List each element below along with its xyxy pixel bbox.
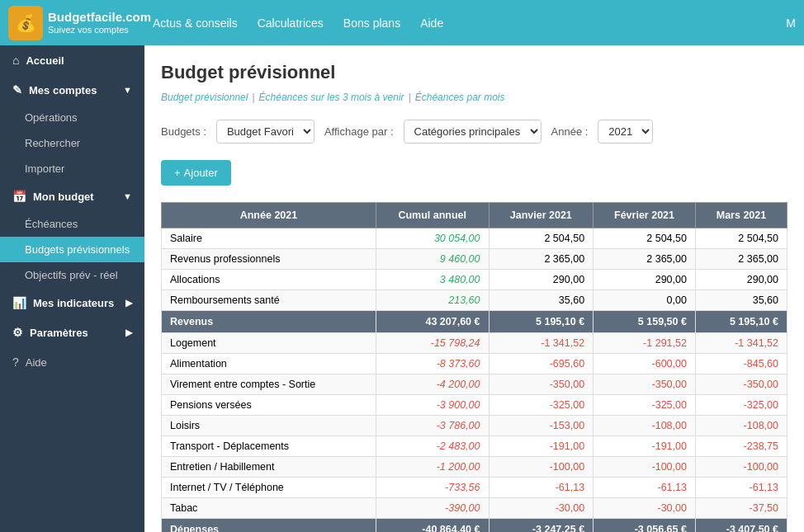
row-loisirs-jan: -153,00	[489, 416, 594, 436]
row-internet-feb: -61,13	[594, 478, 696, 498]
row-transport-feb: -191,00	[594, 436, 696, 457]
sidebar-item-parametres[interactable]: ⚙ Paramètres ▶	[0, 318, 144, 347]
nav-actus[interactable]: Actus & conseils	[153, 16, 238, 30]
affichage-label: Affichage par :	[324, 125, 394, 138]
row-entretien-cumul: -1 200,00	[376, 457, 489, 478]
section-revenus-cumul: 43 207,60 €	[376, 311, 489, 333]
row-alloc-feb: 290,00	[594, 270, 696, 290]
col-header-feb: Février 2021	[594, 203, 696, 228]
row-alim-label: Alimentation	[162, 354, 376, 374]
row-virement-jan: -350,00	[489, 374, 594, 395]
row-alloc-jan: 290,00	[489, 270, 594, 290]
table-row: Tabac -390,00 -30,00 -30,00 -37,50	[162, 498, 787, 519]
row-tabac-mar: -37,50	[695, 498, 787, 519]
row-transport-cumul: -2 483,00	[376, 436, 489, 457]
sidebar-item-aide[interactable]: ? Aide	[0, 347, 144, 377]
section-depenses-label: Dépenses	[162, 519, 376, 533]
row-alloc-label: Allocations	[162, 270, 376, 290]
row-pensions-jan: -325,00	[489, 395, 594, 416]
breadcrumb-budget-prev[interactable]: Budget prévisionnel	[161, 92, 248, 103]
sidebar-item-mon-budget[interactable]: 📅 Mon budget ▼	[0, 181, 144, 211]
sidebar-label-aide: Aide	[26, 356, 47, 369]
chevron-down-icon-4: ▶	[125, 327, 132, 338]
row-entretien-mar: -100,00	[695, 457, 787, 478]
sidebar-label-mes-comptes: Mes comptes	[29, 84, 97, 97]
section-depenses-mar: -3 407,50 €	[695, 519, 787, 533]
table-row: Loisirs -3 786,00 -153,00 -108,00 -108,0…	[162, 416, 787, 436]
row-revpro-label: Revenus professionnels	[162, 249, 376, 270]
section-depenses-row: Dépenses -40 864,40 € -3 247,25 € -3 056…	[162, 519, 787, 533]
row-alloc-cumul: 3 480,00	[376, 270, 489, 290]
section-revenus-jan: 5 195,10 €	[489, 311, 594, 333]
table-row: Virement entre comptes - Sortie -4 200,0…	[162, 374, 787, 395]
row-logement-label: Logement	[162, 333, 376, 354]
table-row: Salaire 30 054,00 2 504,50 2 504,50 2 50…	[162, 228, 787, 249]
row-tabac-cumul: -390,00	[376, 498, 489, 519]
table-row: Entretien / Habillement -1 200,00 -100,0…	[162, 457, 787, 478]
page-title: Budget prévisionnel	[161, 62, 787, 83]
row-alim-jan: -695,60	[489, 354, 594, 374]
breadcrumb-sep-1: |	[252, 92, 254, 103]
row-virement-feb: -350,00	[594, 374, 696, 395]
sidebar-item-budgets-prev[interactable]: Budgets prévisionnels	[0, 237, 144, 262]
breadcrumb-echeances-3mois[interactable]: Échéances sur les 3 mois à venir	[259, 92, 404, 103]
sidebar-label-mon-budget: Mon budget	[33, 191, 94, 203]
row-internet-label: Internet / TV / Téléphone	[162, 478, 376, 498]
chart-icon: 📊	[12, 296, 26, 309]
nav-user[interactable]: M	[786, 16, 796, 30]
sidebar-item-mes-indicateurs[interactable]: 📊 Mes indicateurs ▶	[0, 288, 144, 318]
row-entretien-label: Entretien / Habillement	[162, 457, 376, 478]
row-transport-label: Transport - Déplacements	[162, 436, 376, 457]
row-remb-feb: 0,00	[594, 290, 696, 311]
row-pensions-feb: -325,00	[594, 395, 696, 416]
sidebar-label-accueil: Accueil	[26, 54, 64, 67]
row-loisirs-feb: -108,00	[594, 416, 696, 436]
row-tabac-label: Tabac	[162, 498, 376, 519]
row-remb-mar: 35,60	[695, 290, 787, 311]
col-header-mar: Mars 2021	[695, 203, 787, 228]
row-salaire-cumul: 30 054,00	[376, 228, 489, 249]
help-icon: ?	[12, 355, 19, 369]
filters-row: Budgets : Budget Favori Affichage par : …	[161, 120, 787, 144]
main-layout: ⌂ Accueil ✎ Mes comptes ▼ Opérations Rec…	[0, 45, 804, 532]
table-row: Alimentation -8 373,60 -695,60 -600,00 -…	[162, 354, 787, 374]
annee-label: Année :	[551, 125, 589, 138]
budgets-select[interactable]: Budget Favori	[216, 120, 315, 144]
row-transport-mar: -238,75	[695, 436, 787, 457]
row-internet-jan: -61,13	[489, 478, 594, 498]
row-revpro-jan: 2 365,00	[489, 249, 594, 270]
sidebar-item-accueil[interactable]: ⌂ Accueil	[0, 45, 144, 75]
sidebar-item-echeances[interactable]: Échéances	[0, 211, 144, 237]
brand-name: Budgetfacile.com	[48, 10, 151, 25]
sidebar-item-objectifs[interactable]: Objectifs prév - réel	[0, 262, 144, 288]
nav-calculatrices[interactable]: Calculatrices	[258, 16, 324, 30]
table-row: Pensions versées -3 900,00 -325,00 -325,…	[162, 395, 787, 416]
nav-aide[interactable]: Aide	[420, 16, 443, 30]
nav-bons-plans[interactable]: Bons plans	[343, 16, 400, 30]
calendar-icon: 📅	[12, 190, 26, 203]
row-revpro-cumul: 9 460,00	[376, 249, 489, 270]
row-entretien-jan: -100,00	[489, 457, 594, 478]
sidebar-label-mes-indicateurs: Mes indicateurs	[33, 297, 114, 309]
breadcrumb: Budget prévisionnel | Échéances sur les …	[161, 92, 787, 103]
brand-subtitle: Suivez vos comptes	[48, 25, 151, 35]
breadcrumb-echeances-mois[interactable]: Échéances par mois	[415, 92, 505, 103]
top-navigation: 💰 Budgetfacile.com Suivez vos comptes Ac…	[0, 0, 804, 45]
affichage-select[interactable]: Catégories principales	[404, 120, 542, 144]
sidebar-item-operations[interactable]: Opérations	[0, 105, 144, 130]
sidebar-item-importer[interactable]: Importer	[0, 156, 144, 181]
sidebar-item-rechercher[interactable]: Rechercher	[0, 130, 144, 156]
pencil-icon: ✎	[12, 83, 22, 97]
row-pensions-label: Pensions versées	[162, 395, 376, 416]
row-tabac-feb: -30,00	[594, 498, 696, 519]
logo-icon: 💰	[8, 6, 43, 40]
section-depenses-cumul: -40 864,40 €	[376, 519, 489, 533]
sidebar-item-mes-comptes[interactable]: ✎ Mes comptes ▼	[0, 75, 144, 105]
breadcrumb-sep-2: |	[409, 92, 411, 103]
row-alloc-mar: 290,00	[695, 270, 787, 290]
row-virement-label: Virement entre comptes - Sortie	[162, 374, 376, 395]
row-salaire-label: Salaire	[162, 228, 376, 249]
add-button[interactable]: + Ajouter	[161, 160, 231, 186]
row-remb-jan: 35,60	[489, 290, 594, 311]
annee-select[interactable]: 2021	[598, 120, 653, 144]
